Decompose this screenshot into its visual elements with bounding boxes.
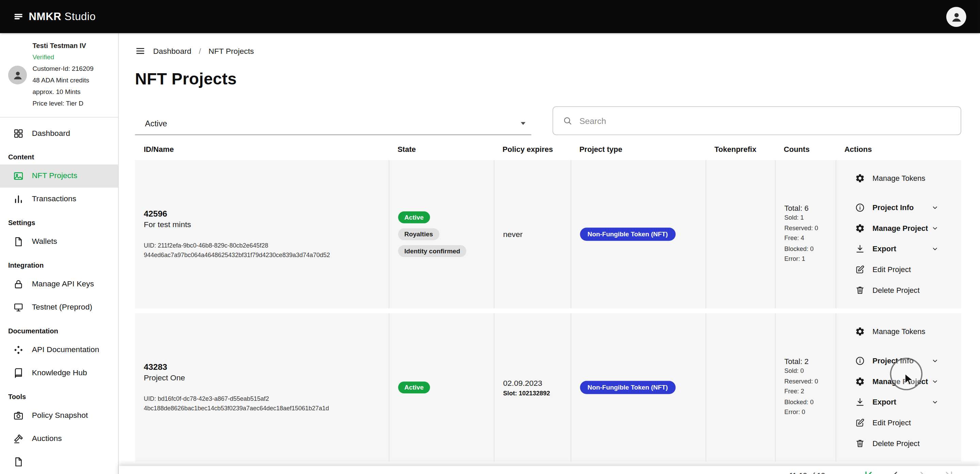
project-info-button[interactable]: Project Info	[855, 201, 946, 214]
sidebar-item-label: Auctions	[32, 434, 62, 443]
action-label: Edit Project	[872, 265, 946, 274]
policy-slot: Slot: 102132892	[503, 389, 562, 396]
column-header-actions: Actions	[836, 145, 963, 154]
first-page-button[interactable]	[862, 469, 875, 474]
image-icon	[13, 171, 24, 181]
user-mint-credits: 48 ADA Mint credits	[33, 75, 94, 86]
account-avatar-button[interactable]	[946, 6, 966, 27]
column-header-policy-expires: Policy expires	[494, 145, 571, 154]
sidebar-item-manage-api-keys[interactable]: Manage API Keys	[0, 273, 118, 295]
cell-policy-expires: never	[494, 160, 571, 308]
manage-project-button[interactable]: Manage Project	[855, 222, 946, 235]
manage-tokens-button[interactable]: Manage Tokens	[855, 172, 946, 185]
api-icon	[13, 344, 24, 355]
nmkr-logo-icon	[14, 12, 23, 21]
export-button[interactable]: Export	[855, 243, 946, 255]
chart-icon	[13, 194, 24, 204]
sidebar-item-wallets[interactable]: Wallets	[0, 230, 118, 253]
controls-row: Active	[135, 106, 961, 135]
manage-tokens-button[interactable]: Manage Tokens	[855, 325, 946, 338]
chevron-down-icon	[931, 224, 939, 232]
sidebar-item-label: Knowledge Hub	[32, 369, 87, 377]
state-badge-identity-confirmed: Identity confirmed	[398, 245, 466, 257]
counts-line: Sold: 1	[784, 213, 827, 223]
testnet-icon	[13, 302, 24, 312]
sidebar-item-label: API Documentation	[32, 345, 99, 354]
column-header-tokenprefix: Tokenprefix	[706, 145, 775, 154]
sidebar-section-content: Content	[0, 145, 118, 164]
sidebar-section-integration: Integration	[0, 253, 118, 273]
sidebar-item-transactions[interactable]: Transactions	[0, 187, 118, 211]
brand-suffix: Studio	[65, 10, 96, 22]
search-box[interactable]	[553, 106, 961, 135]
edit-project-button[interactable]: Edit Project	[855, 263, 946, 276]
action-label: Delete Project	[872, 286, 946, 295]
book-icon	[13, 367, 24, 378]
project-uid-line2: 4bc188de8626bac1bec14cb53f0239a7aec64dec…	[143, 404, 380, 413]
sidebar-item-dashboard[interactable]: Dashboard	[0, 121, 118, 145]
breadcrumb-separator: /	[199, 47, 201, 56]
brand-logo[interactable]: NMKRStudio	[14, 10, 95, 23]
cell-project-type: Non-Fungible Token (NFT)	[571, 313, 706, 461]
body-row: Testi Testman IV Verified Customer-Id: 2…	[0, 33, 980, 474]
gear-icon	[855, 377, 865, 386]
project-type-badge: Non-Fungible Token (NFT)	[580, 228, 675, 241]
sidebar-item-label: Testnet (Preprod)	[32, 303, 92, 311]
state-badge-royalties: Royalties	[398, 228, 439, 240]
sidebar-item-policy-snapshot[interactable]: Policy Snapshot	[0, 404, 118, 427]
counts-line: Free: 2	[784, 387, 827, 397]
snapshot-icon	[13, 410, 24, 421]
counts-line: Error: 0	[784, 407, 827, 418]
counts-line: Error: 1	[784, 254, 827, 264]
cell-id-name: 43283Project OneUID: bd16fc0f-dc78-42e3-…	[135, 313, 389, 461]
sidebar-user-avatar	[8, 65, 27, 84]
delete-project-button[interactable]: Delete Project	[855, 437, 946, 450]
column-header-id-name: ID/Name	[135, 145, 389, 154]
project-uid-line1: UID: 211f2efa-9bc0-46b8-829c-80cb2e645f2…	[143, 241, 380, 250]
sidebar-user-block: Testi Testman IV Verified Customer-Id: 2…	[0, 33, 118, 117]
file-icon	[13, 456, 24, 467]
sidebar-item-label: Manage API Keys	[32, 279, 94, 289]
search-icon	[563, 116, 572, 126]
action-label: Edit Project	[872, 418, 946, 427]
menu-toggle-icon[interactable]	[135, 46, 146, 56]
sidebar-item-item[interactable]	[0, 450, 118, 473]
sidebar-item-knowledge-hub[interactable]: Knowledge Hub	[0, 361, 118, 385]
sidebar-item-label: Transactions	[32, 195, 76, 203]
status-filter-select[interactable]: Active	[135, 111, 531, 135]
breadcrumb-dashboard[interactable]: Dashboard	[153, 47, 191, 56]
chevron-down-icon	[931, 204, 939, 211]
last-page-button[interactable]	[943, 469, 955, 474]
user-approx-mints: approx. 10 Mints	[33, 86, 94, 98]
project-uid-line2: 944ed6ac7a97bc064a4648625432bf31f79d4230…	[143, 250, 380, 260]
sidebar-item-testnet-preprod[interactable]: Testnet (Preprod)	[0, 295, 118, 319]
person-icon	[950, 11, 962, 23]
breadcrumb-nft-projects[interactable]: NFT Projects	[208, 47, 254, 56]
previous-page-button[interactable]	[889, 469, 901, 474]
policy-expires-value: never	[503, 230, 562, 239]
project-name: Project One	[143, 373, 380, 382]
trash-icon	[855, 439, 865, 448]
project-id: 42596	[143, 209, 380, 218]
lock-icon	[13, 279, 24, 289]
table-header: ID/NameStatePolicy expiresProject typeTo…	[135, 139, 961, 160]
chevron-down-icon	[517, 118, 529, 129]
delete-project-button[interactable]: Delete Project	[855, 284, 946, 297]
sidebar-item-auctions[interactable]: Auctions	[0, 427, 118, 450]
sidebar-item-api-documentation[interactable]: API Documentation	[0, 338, 118, 361]
table-row-43283: 43283Project OneUID: bd16fc0f-dc78-42e3-…	[135, 313, 961, 461]
main-content: Dashboard / NFT Projects NFT Projects Ac…	[119, 33, 980, 474]
edit-project-button[interactable]: Edit Project	[855, 417, 946, 429]
next-page-button[interactable]	[916, 469, 928, 474]
sidebar-item-nft-projects[interactable]: NFT Projects	[0, 164, 118, 187]
search-input[interactable]	[579, 116, 951, 126]
cell-tokenprefix	[706, 160, 775, 308]
export-button[interactable]: Export	[855, 396, 946, 409]
table-row-42596: 42596For test mintsUID: 211f2efa-9bc0-46…	[135, 160, 961, 308]
person-icon	[12, 70, 23, 81]
column-header-counts: Counts	[775, 145, 836, 154]
pagination-bar: 11-12 of 12	[119, 466, 980, 474]
download-icon	[855, 244, 865, 254]
sidebar-nav: DashboardContentNFT ProjectsTransactions…	[0, 118, 118, 473]
pagination-range-label: 11-12 of 12	[789, 469, 825, 474]
